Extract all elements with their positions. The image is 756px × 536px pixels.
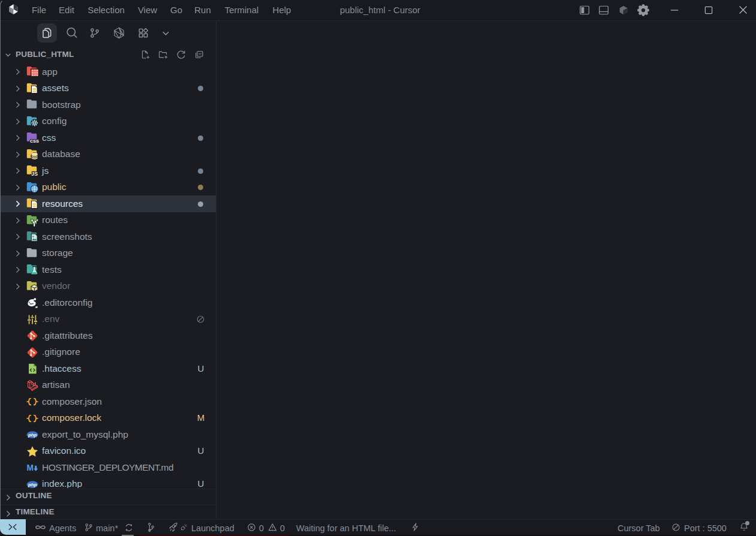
svg-text:JS: JS	[31, 171, 38, 177]
svg-text:php: php	[28, 432, 37, 438]
svg-text:php: php	[28, 482, 37, 487]
svg-text:css: css	[30, 138, 39, 144]
svg-text:M: M	[26, 463, 34, 472]
